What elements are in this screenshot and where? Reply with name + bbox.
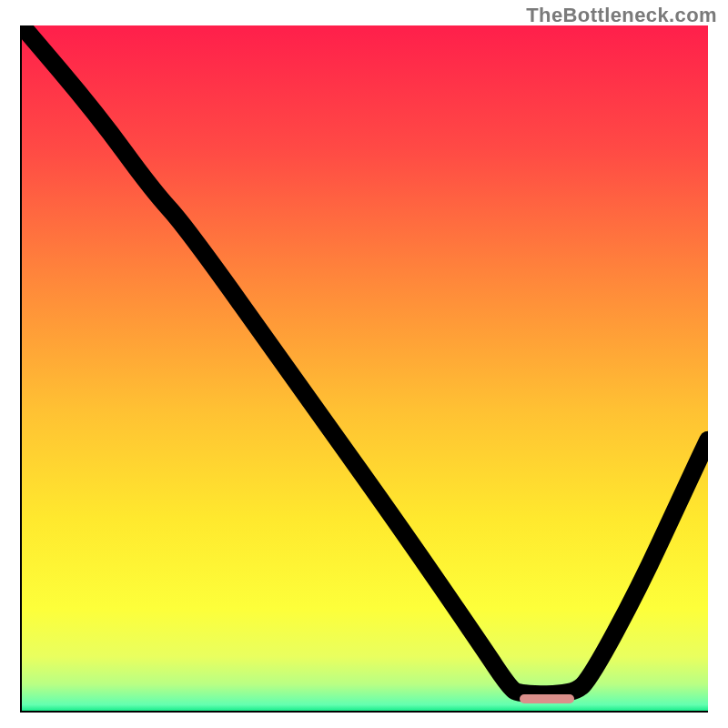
optimal-marker (520, 694, 574, 703)
chart-container: TheBottleneck.com (0, 0, 728, 728)
watermark-text: TheBottleneck.com (526, 4, 717, 27)
plot-area (20, 25, 708, 713)
bottleneck-curve (22, 25, 708, 711)
